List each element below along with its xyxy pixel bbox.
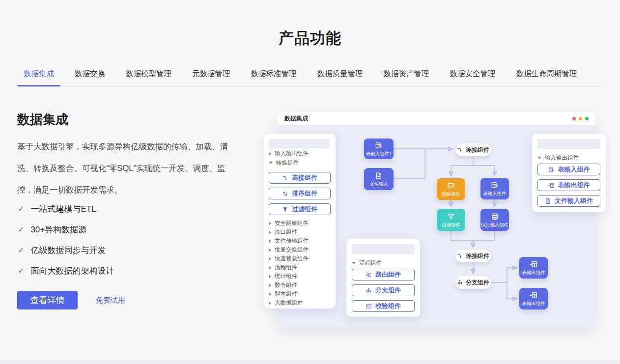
flow-node-table-output-2[interactable]: 表输出组件 [519, 288, 548, 309]
component-button-sort[interactable]: 排序组件 [269, 188, 331, 199]
bullet-label: 亿级数据同步与开发 [30, 245, 106, 256]
flow-node-connector-top[interactable]: 连接组件 [455, 143, 491, 156]
caret-right-icon [269, 292, 271, 296]
table-in-icon [375, 141, 383, 149]
group-fast-load[interactable]: 快速装载组件 [269, 255, 309, 262]
check-icon: ✓ [18, 204, 24, 214]
validate-icon: 123 [366, 303, 372, 309]
tab-data-asset-mgmt[interactable]: 数据资产管理 [384, 69, 429, 78]
bullet-label: 面向大数据的架构设计 [30, 265, 114, 277]
component-button-validate[interactable]: 123 校验组件 [352, 300, 415, 312]
minimize-dot-icon[interactable] [579, 117, 582, 120]
caret-right-icon [269, 275, 271, 279]
table-out-icon [530, 260, 537, 268]
group-interface[interactable]: 接口组件 [269, 228, 297, 236]
group-transform[interactable]: 转换组件 [269, 159, 299, 167]
caret-right-icon [269, 257, 271, 261]
tab-metadata-mgmt[interactable]: 元数据管理 [192, 69, 230, 78]
caret-right-icon [269, 230, 271, 234]
group-process-components[interactable]: 流程组件 [352, 259, 382, 267]
group-script[interactable]: 脚本组件 [269, 290, 297, 298]
tab-data-model-mgmt[interactable]: 数据模型管理 [126, 69, 171, 78]
component-panel-left: 输入输出组件 转换组件 连接组件 排序组件 过滤组件 安全脱敏组件 [264, 134, 336, 308]
free-trial-link[interactable]: 免费试用 [96, 296, 125, 305]
flow-node-sql-input[interactable]: SQL SQL输入组件 [480, 209, 509, 231]
flow-node-table-output-1[interactable]: 表输出组件 [519, 257, 548, 279]
bullet-label: 一站式建模与ETL [30, 203, 96, 215]
component-button-branch[interactable]: 分支组件 [352, 284, 415, 296]
bullet-item: ✓ 亿级数据同步与开发 [18, 240, 114, 260]
flow-node-branch[interactable]: 分支组件 [455, 276, 491, 289]
close-dot-icon[interactable] [572, 117, 576, 120]
filter-icon [282, 206, 288, 213]
search-input[interactable] [537, 139, 600, 149]
svg-text:123: 123 [367, 305, 371, 308]
sql-icon: SQL [491, 213, 499, 221]
page-title: 产品功能 [0, 28, 620, 49]
caret-right-icon [269, 283, 271, 287]
flow-node-connector-bottom[interactable]: 连接组件 [455, 250, 491, 262]
table-in-icon [548, 167, 555, 173]
tab-data-integration[interactable]: 数据集成 [24, 69, 54, 78]
tab-data-quality-mgmt[interactable]: 数据质量管理 [317, 69, 363, 78]
check-icon: ✓ [18, 266, 24, 276]
group-file-transfer[interactable]: 文件传输组件 [269, 237, 309, 245]
tab-data-lifecycle-mgmt[interactable]: 数据生命周期管理 [516, 69, 577, 78]
tab-data-security-mgmt[interactable]: 数据安全管理 [450, 69, 496, 78]
caret-down-icon [352, 262, 356, 264]
svg-text:123: 123 [449, 184, 453, 187]
group-batch-exchange[interactable]: 批量交换组件 [269, 246, 309, 253]
component-button-route[interactable]: 路由组件 [352, 269, 415, 280]
component-button-file-input[interactable]: 文件输入组件 [537, 195, 600, 207]
component-button-table-output[interactable]: 表输出组件 [537, 179, 600, 191]
funnel-icon [447, 213, 455, 221]
component-panel-middle: 流程组件 路由组件 分支组件 123 校验组件 [346, 239, 420, 317]
flow-node-validate[interactable]: 123 校验组件 [437, 178, 465, 200]
component-panel-right: 输入输出组件 表输入组件 表输出组件 文件输入组件 [532, 134, 606, 212]
window-controls [572, 112, 589, 125]
caret-down-icon [537, 157, 541, 159]
group-input-output[interactable]: 输入输出组件 [269, 150, 309, 157]
feature-tabs: 数据集成 数据交换 数据模型管理 元数据管理 数据标准管理 数据质量管理 数据资… [24, 69, 603, 87]
group-security-mask[interactable]: 安全脱敏组件 [269, 220, 309, 227]
section-divider [0, 361, 620, 364]
table-out-icon [548, 182, 555, 189]
view-details-button[interactable]: 查看详情 [17, 291, 78, 309]
maximize-dot-icon[interactable] [585, 117, 589, 120]
component-button-filter[interactable]: 过滤组件 [269, 203, 331, 215]
component-button-table-input[interactable]: 表输入组件 [537, 164, 600, 175]
group-bigdata[interactable]: 大数据组件 [269, 299, 303, 307]
app-window-data-integration: 数据集成 [278, 112, 595, 327]
branch-icon [457, 280, 463, 285]
caret-down-icon [269, 162, 273, 164]
feature-bullets: ✓ 一站式建模与ETL ✓ 30+异构数据源 ✓ 亿级数据同步与开发 ✓ 面向大… [18, 198, 114, 281]
tab-data-standard-mgmt[interactable]: 数据标准管理 [251, 69, 297, 78]
route-icon [366, 272, 372, 278]
check-icon: ✓ [18, 225, 24, 234]
table-in-icon [491, 181, 499, 189]
file-in-icon [545, 198, 551, 204]
flow-node-file-input[interactable]: 文件输入 [364, 168, 394, 190]
check-icon: ✓ [18, 246, 24, 255]
svg-text:SQL: SQL [493, 217, 497, 219]
group-statistics[interactable]: 统计组件 [269, 273, 297, 280]
connector-icon [282, 175, 288, 181]
component-button-connector[interactable]: 连接组件 [269, 172, 331, 184]
flow-node-table-input[interactable]: 表输入组件 [480, 178, 509, 199]
caret-right-icon [269, 266, 271, 270]
group-warehouse[interactable]: 数仓组件 [269, 281, 297, 289]
feature-heading: 数据集成 [17, 111, 68, 128]
window-title: 数据集成 [284, 114, 308, 123]
connector-icon [457, 253, 463, 259]
caret-right-icon [269, 248, 271, 252]
group-input-output-right[interactable]: 输入输出组件 [537, 154, 579, 162]
bullet-item: ✓ 一站式建模与ETL [18, 198, 114, 219]
group-process[interactable]: 流程组件 [269, 264, 297, 271]
flow-node-table-input-1[interactable]: 表输入组件1 [364, 139, 394, 159]
tab-data-exchange[interactable]: 数据交换 [75, 69, 105, 78]
flow-node-filter[interactable]: 过滤组件 [437, 209, 465, 231]
search-input[interactable] [269, 139, 330, 148]
caret-right-icon [269, 222, 271, 225]
search-input[interactable] [352, 244, 415, 254]
caret-right-icon [269, 239, 271, 243]
